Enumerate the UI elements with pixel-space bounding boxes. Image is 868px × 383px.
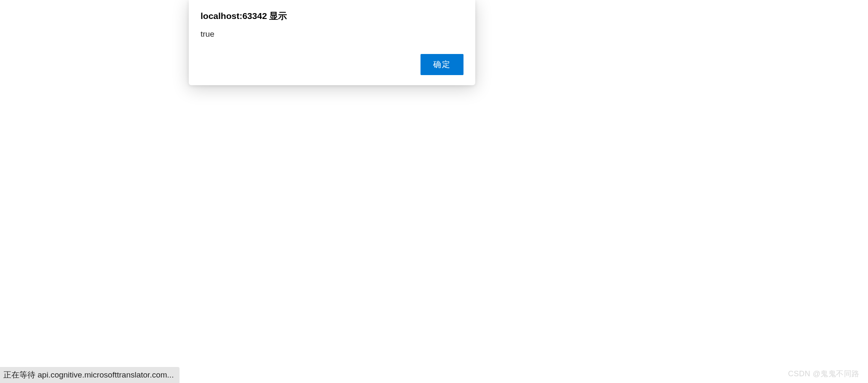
alert-dialog: localhost:63342 显示 true 确定 [189, 0, 475, 85]
watermark-text: CSDN @鬼鬼不同路 [788, 369, 860, 379]
browser-status-bar: 正在等待 api.cognitive.microsofttranslator.c… [0, 367, 179, 383]
confirm-button[interactable]: 确定 [421, 54, 463, 75]
alert-actions: 确定 [201, 54, 463, 75]
alert-message: true [201, 30, 463, 39]
alert-title: localhost:63342 显示 [201, 10, 463, 22]
